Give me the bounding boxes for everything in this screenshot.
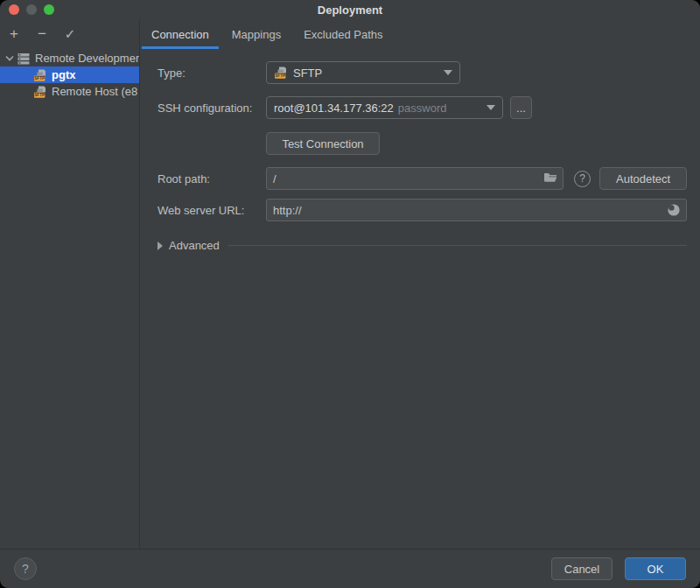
cancel-button[interactable]: Cancel <box>551 557 612 580</box>
type-value: SFTP <box>293 66 322 80</box>
server-tree: Remote Development SFTP pgtx SFTP <box>0 49 140 549</box>
check-icon[interactable]: ✓ <box>63 27 77 41</box>
tab-label: Mappings <box>232 28 281 41</box>
folder-icon[interactable] <box>543 172 557 186</box>
root-path-field-wrap <box>266 167 564 190</box>
tab-bar: Connection Mappings Excluded Paths <box>140 19 700 49</box>
tab-mappings[interactable]: Mappings <box>220 19 292 49</box>
server-group-icon <box>17 52 31 66</box>
close-button[interactable] <box>9 4 19 15</box>
autodetect-button[interactable]: Autodetect <box>599 167 687 190</box>
svg-text:SFTP: SFTP <box>34 93 45 97</box>
sftp-icon: SFTP <box>274 66 288 80</box>
globe-icon <box>667 203 681 220</box>
titlebar: Deployment <box>0 0 700 19</box>
root-path-label: Root path: <box>158 172 266 186</box>
ssh-config-value: root@101.34.177.36:22 <box>274 102 394 115</box>
svg-text:SFTP: SFTP <box>275 74 285 78</box>
help-icon[interactable]: ? <box>574 171 591 187</box>
web-server-input[interactable] <box>266 199 687 221</box>
sftp-icon: SFTP <box>33 85 47 99</box>
tree-toolbar: + − ✓ <box>0 19 140 49</box>
traffic-lights <box>9 0 54 19</box>
ssh-config-dropdown[interactable]: root@101.34.177.36:22 password <box>266 96 503 119</box>
ok-button[interactable]: OK <box>625 557 686 580</box>
dropdown-arrow-icon <box>444 70 452 75</box>
tab-label: Excluded Paths <box>304 28 382 41</box>
type-label: Type: <box>158 66 266 80</box>
web-server-field-wrap <box>266 199 687 221</box>
test-connection-button[interactable]: Test Connection <box>266 132 380 155</box>
remove-icon[interactable]: − <box>35 27 49 41</box>
zoom-button[interactable] <box>44 4 54 15</box>
connection-form: Type: SFTP SFTP SSH configuration: root <box>140 49 700 549</box>
tree-node-label: pgtx <box>52 68 75 81</box>
dialog-footer: ? Cancel OK <box>0 549 700 588</box>
tree-node-label: Remote Development <box>35 52 139 65</box>
tree-node-remote-host[interactable]: SFTP Remote Host (e8 <box>0 83 139 100</box>
help-button[interactable]: ? <box>14 557 37 580</box>
minimize-button <box>26 4 37 15</box>
tree-node-label: Remote Host (e8 <box>52 85 137 98</box>
sftp-icon: SFTP <box>33 68 47 82</box>
root-path-input[interactable] <box>266 167 564 190</box>
svg-text:SFTP: SFTP <box>34 76 45 80</box>
header-band: + − ✓ Connection Mappings Excluded Paths <box>0 19 700 49</box>
tree-node-remote-development[interactable]: Remote Development <box>0 50 139 66</box>
advanced-label: Advanced <box>169 239 220 252</box>
add-icon[interactable]: + <box>7 27 21 41</box>
tab-excluded-paths[interactable]: Excluded Paths <box>292 19 394 49</box>
tab-connection[interactable]: Connection <box>140 19 220 49</box>
section-divider <box>228 245 687 246</box>
type-row: Type: SFTP SFTP <box>158 61 687 84</box>
tab-label: Connection <box>151 28 209 41</box>
web-server-label: Web server URL: <box>158 204 266 217</box>
triangle-right-icon <box>158 242 163 250</box>
root-path-row: Root path: ? Autodetect <box>158 167 687 190</box>
ssh-browse-button[interactable]: ... <box>510 96 532 119</box>
dropdown-arrow-icon <box>486 105 495 110</box>
ssh-auth-hint: password <box>398 102 447 115</box>
test-connection-row: Test Connection <box>158 132 687 155</box>
ssh-config-label: SSH configuration: <box>158 102 266 115</box>
dialog-body: Remote Development SFTP pgtx SFTP <box>0 49 700 549</box>
deployment-dialog: Deployment + − ✓ Connection Mappings Exc… <box>0 0 700 588</box>
advanced-section-toggle[interactable]: Advanced <box>158 239 687 252</box>
tree-node-pgtx[interactable]: SFTP pgtx <box>0 66 139 83</box>
ssh-row: SSH configuration: root@101.34.177.36:22… <box>158 96 687 119</box>
type-dropdown[interactable]: SFTP SFTP <box>266 61 460 84</box>
chevron-down-icon[interactable] <box>5 55 14 61</box>
web-server-row: Web server URL: <box>158 199 687 221</box>
window-title: Deployment <box>0 4 700 17</box>
